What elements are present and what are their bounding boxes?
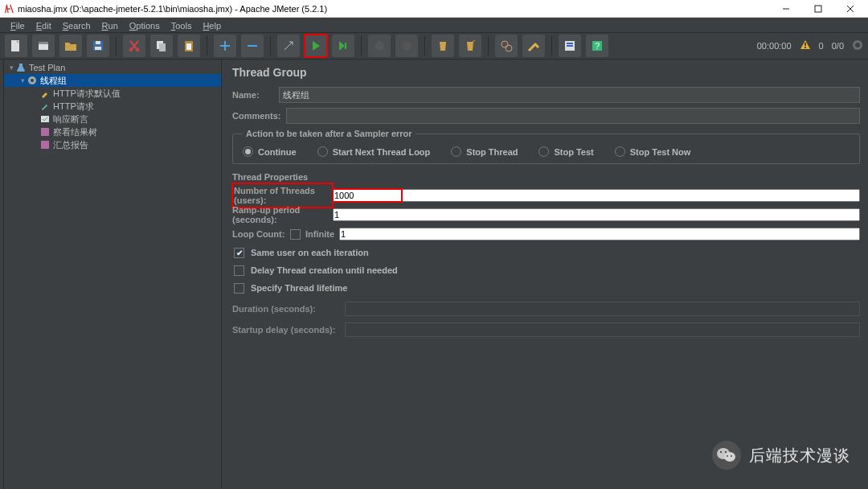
svg-point-38 <box>727 455 728 457</box>
window-close-button[interactable] <box>834 0 866 18</box>
assert-icon <box>39 113 51 125</box>
start-button[interactable] <box>305 35 327 57</box>
window-titlebar: miaosha.jmx (D:\apache-jmeter-5.2.1\bin\… <box>0 0 868 18</box>
same-user-checkbox[interactable] <box>234 248 244 258</box>
menu-edit[interactable]: Edit <box>31 20 57 31</box>
svg-point-37 <box>725 451 727 453</box>
svg-point-28 <box>855 43 860 47</box>
menu-run[interactable]: Run <box>96 20 124 31</box>
search-button[interactable] <box>495 35 518 57</box>
svg-rect-21 <box>567 43 573 44</box>
radio-stop-test[interactable]: Stop Test <box>538 146 593 157</box>
reset-search-button[interactable] <box>522 35 545 57</box>
svg-point-16 <box>375 41 384 51</box>
name-input[interactable] <box>279 87 860 103</box>
comments-label: Comments: <box>232 111 281 121</box>
startup-delay-label: Startup delay (seconds): <box>232 325 345 335</box>
svg-rect-32 <box>41 128 49 136</box>
test-plan-tree[interactable]: ▾ Test Plan ▾ 线程组 HTTP请求默认值 HTTP请求 响应断言 <box>4 60 221 489</box>
copy-button[interactable] <box>150 35 173 57</box>
svg-rect-13 <box>159 43 166 51</box>
tree-item-test-plan[interactable]: ▾ Test Plan <box>4 61 221 74</box>
watermark-text: 后端技术漫谈 <box>749 445 850 466</box>
cut-button[interactable] <box>123 35 145 57</box>
radio-continue[interactable]: Continue <box>243 146 297 157</box>
svg-rect-25 <box>805 43 806 46</box>
window-maximize-button[interactable] <box>802 0 834 18</box>
shutdown-button[interactable] <box>395 35 418 57</box>
save-button[interactable] <box>87 35 109 57</box>
menu-file[interactable]: File <box>5 20 31 31</box>
menu-options[interactable]: Options <box>124 20 166 31</box>
specify-lifetime-label: Specify Thread lifetime <box>251 283 347 293</box>
name-label: Name: <box>232 90 274 100</box>
menu-help[interactable]: Help <box>197 20 227 31</box>
templates-button[interactable] <box>32 35 55 57</box>
active-threads: 0/0 <box>832 41 844 51</box>
radio-start-next[interactable]: Start Next Thread Loop <box>317 146 431 157</box>
tree-item-response-assert[interactable]: 响应断言 <box>4 113 221 125</box>
menubar: File Edit Search Run Options Tools Help <box>0 18 868 32</box>
wechat-icon <box>712 441 741 470</box>
duration-label: Duration (seconds): <box>232 304 345 314</box>
wrench-icon <box>39 88 51 99</box>
start-no-pause-button[interactable] <box>332 35 354 57</box>
svg-point-36 <box>720 451 722 453</box>
elapsed-time: 00:00:00 <box>757 41 792 51</box>
duration-input[interactable] <box>345 302 860 316</box>
menu-search[interactable]: Search <box>57 20 96 31</box>
ramp-up-input[interactable] <box>333 208 860 221</box>
thread-properties-title: Thread Properties <box>232 172 860 182</box>
open-button[interactable] <box>59 35 82 57</box>
expand-button[interactable] <box>277 35 300 57</box>
svg-rect-8 <box>95 47 101 50</box>
panel-title: Thread Group <box>232 66 860 79</box>
window-minimize-button[interactable] <box>770 0 802 18</box>
window-title: miaosha.jmx (D:\apache-jmeter-5.2.1\bin\… <box>18 4 770 14</box>
svg-point-35 <box>724 452 735 462</box>
sampler-error-fieldset: Action to be taken after a Sampler error… <box>232 129 860 164</box>
startup-delay-input[interactable] <box>345 323 860 337</box>
jmeter-app-icon <box>3 3 14 14</box>
infinite-label: Infinite <box>305 229 334 239</box>
new-button[interactable] <box>5 35 27 57</box>
add-button[interactable] <box>214 35 236 57</box>
toolbar: ? 00:00:00 0 0/0 <box>0 32 868 60</box>
help-button[interactable]: ? <box>586 35 608 57</box>
remove-button[interactable] <box>241 35 264 57</box>
radio-stop-now[interactable]: Stop Test Now <box>615 146 691 157</box>
gear-icon <box>27 75 38 86</box>
delay-create-checkbox[interactable] <box>234 265 244 276</box>
svg-point-19 <box>506 45 512 51</box>
specify-lifetime-checkbox[interactable] <box>234 283 244 294</box>
loop-count-input[interactable] <box>339 228 860 240</box>
svg-rect-33 <box>41 141 49 149</box>
warning-icon[interactable] <box>800 39 811 52</box>
stop-button[interactable] <box>368 35 391 57</box>
svg-rect-9 <box>96 41 100 44</box>
svg-rect-15 <box>186 43 191 50</box>
tree-item-http-request[interactable]: HTTP请求 <box>4 100 221 113</box>
svg-point-39 <box>731 455 732 457</box>
svg-point-30 <box>31 79 34 82</box>
svg-rect-31 <box>41 116 49 122</box>
radio-stop-thread[interactable]: Stop Thread <box>451 146 518 157</box>
num-threads-label: Number of Threads (users): <box>232 183 333 208</box>
sampler-error-legend: Action to be taken after a Sampler error <box>243 129 416 138</box>
tree-item-http-defaults[interactable]: HTTP请求默认值 <box>4 87 221 100</box>
warning-count: 0 <box>819 41 824 51</box>
num-threads-input[interactable] <box>333 189 860 202</box>
watermark: 后端技术漫谈 <box>712 441 850 470</box>
tree-item-summary[interactable]: 汇总报告 <box>4 138 221 151</box>
thread-group-panel: Thread Group Name: Comments: Action to b… <box>224 60 868 489</box>
report-icon <box>39 139 51 150</box>
menu-tools[interactable]: Tools <box>166 20 198 31</box>
clear-button[interactable] <box>432 35 454 57</box>
tree-item-thread-group[interactable]: ▾ 线程组 <box>4 74 221 87</box>
infinite-checkbox[interactable] <box>290 229 301 240</box>
clear-all-button[interactable] <box>459 35 481 57</box>
tree-item-view-results[interactable]: 察看结果树 <box>4 125 221 138</box>
paste-button[interactable] <box>178 35 200 57</box>
function-helper-button[interactable] <box>559 35 581 57</box>
comments-input[interactable] <box>286 108 860 124</box>
